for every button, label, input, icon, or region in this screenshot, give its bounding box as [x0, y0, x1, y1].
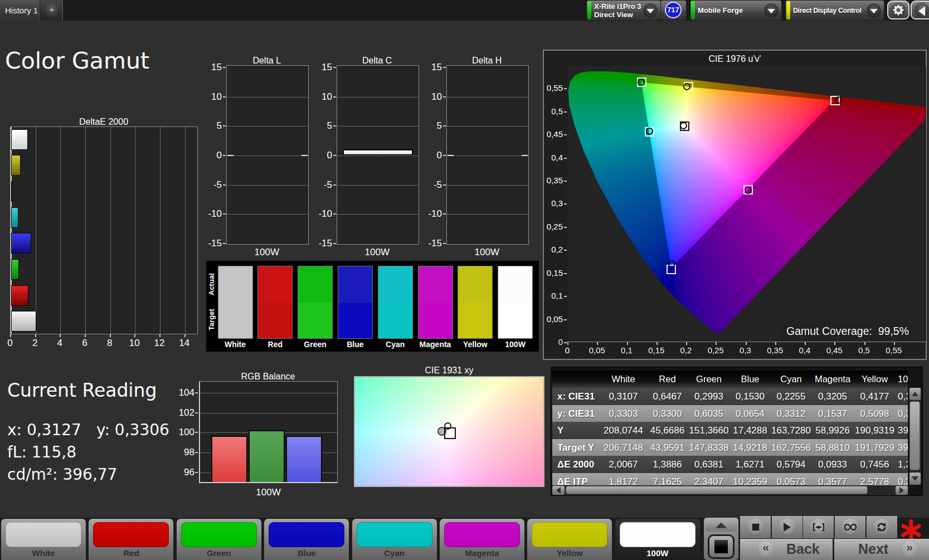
patch-button-red[interactable]: Red — [89, 519, 173, 560]
cie1976-diagram — [567, 66, 926, 341]
cie1976-xtick: 0 — [555, 345, 580, 355]
table-horizontal-scrollbar[interactable] — [552, 485, 908, 495]
table-scroll-up-button[interactable] — [909, 388, 921, 400]
source-status-stripe — [691, 1, 695, 20]
stop-button[interactable] — [740, 516, 771, 538]
swatch-yellow — [458, 266, 492, 338]
gridline — [337, 97, 419, 98]
display-control-status-stripe — [786, 1, 790, 20]
meter-dropdown[interactable]: X-Rite i1Pro 3 Direct View — [587, 1, 660, 20]
single-measure-button[interactable] — [802, 516, 834, 538]
gridline — [447, 97, 528, 98]
gridline — [337, 214, 419, 215]
patch-swatch-100w — [620, 522, 695, 547]
cie1976-ytick: 0,35 — [544, 176, 563, 185]
gridline — [447, 214, 528, 215]
swatch-red — [258, 266, 292, 338]
collapse-panel-button[interactable] — [911, 1, 929, 20]
patch-button-yellow[interactable]: Yellow — [527, 519, 612, 560]
display-control-dropdown[interactable]: Direct Display Control — [786, 1, 884, 20]
table-cell: 151,3660 — [688, 422, 729, 439]
table-header-Green: Green — [688, 371, 729, 388]
patch-window-button[interactable] — [708, 534, 735, 559]
table-vscroll-thumb[interactable] — [909, 401, 920, 470]
delta-h-plot — [446, 65, 529, 245]
refresh-icon — [874, 519, 890, 535]
cie1976-xtick: 0,55 — [882, 345, 906, 355]
tick-mark — [85, 334, 86, 337]
add-tab-button[interactable]: + — [40, 0, 63, 21]
swatch-target — [419, 303, 453, 339]
gridline — [110, 127, 111, 334]
swatch-target — [458, 303, 492, 339]
swatch-actual — [458, 266, 492, 303]
swatch-target — [218, 303, 252, 339]
cie1976-ytick: 0,25 — [544, 222, 563, 231]
delta-ytick: -5 — [203, 179, 222, 191]
table-cell: 0,3303 — [600, 405, 646, 422]
play-button[interactable] — [771, 516, 802, 538]
table-cell: 10,2359 — [729, 473, 771, 486]
back-button[interactable]: « Back — [740, 539, 833, 560]
patch-button-green[interactable]: Green — [177, 519, 261, 560]
tick-mark — [443, 67, 446, 68]
gridline — [227, 214, 308, 215]
single-measure-icon — [810, 519, 826, 535]
reading-fl: fL: 115,8 — [7, 443, 76, 461]
table-cell: 0,1530 — [729, 388, 771, 405]
tick-mark — [746, 342, 747, 345]
swatch-target — [498, 303, 532, 339]
continuous-measure-button[interactable] — [834, 516, 865, 538]
table-cell: 0,3 — [898, 388, 908, 405]
delta-ytick: -15 — [423, 238, 442, 249]
deltae2000-xtick: 12 — [153, 338, 166, 349]
table-scroll-right-button[interactable] — [896, 486, 908, 495]
patch-button-white[interactable]: White — [1, 519, 86, 560]
swatch-label: Yellow — [458, 340, 492, 349]
tab-history-1[interactable]: History 1 — [0, 0, 40, 21]
deltae2000-xtick: 0 — [3, 338, 17, 349]
source-dropdown[interactable]: Mobile Forge — [690, 1, 781, 20]
table-cell: 0,6467 — [646, 388, 688, 405]
delta-c-plot — [337, 65, 419, 245]
table-cell: 0,3 — [898, 405, 908, 422]
delta-ytick: 5 — [313, 120, 332, 132]
table-row-2: y: CIE310,33030,33000,60350,06540,33120,… — [552, 405, 908, 422]
rgb-ytick: 98 — [174, 447, 194, 458]
patch-button-magenta[interactable]: Magenta — [440, 519, 524, 560]
table-hscroll-thumb[interactable] — [566, 486, 868, 494]
tick-mark — [564, 88, 567, 89]
swatch-blue — [338, 266, 372, 338]
patch-up-button[interactable] — [705, 518, 737, 532]
patch-button-blue[interactable]: Blue — [264, 519, 349, 560]
swatch-100w — [498, 266, 532, 338]
table-vertical-scrollbar[interactable] — [909, 388, 921, 485]
swatch-label: White — [218, 340, 252, 349]
patch-window-icon — [714, 540, 728, 553]
gridline — [227, 97, 308, 98]
patch-button-100w[interactable]: 100W — [615, 519, 700, 560]
tick-mark — [223, 184, 226, 186]
meter-name: X-Rite i1Pro 3 — [594, 2, 641, 11]
next-button[interactable]: Next » — [834, 539, 929, 560]
delta-bar-right — [522, 155, 528, 156]
delta-ytick: 15 — [423, 62, 442, 73]
settings-button[interactable] — [887, 1, 909, 20]
table-scroll-left-button[interactable] — [552, 486, 565, 495]
table-cell: 17,4288 — [729, 422, 771, 439]
tick-mark — [894, 342, 895, 345]
bottom-bar: WhiteRedGreenBlueCyanMagentaYellow100W «… — [0, 518, 929, 560]
table-row-6: ΔE ITP1,81727,16252,340710,23590,05730,3… — [552, 473, 908, 486]
cie1976-xtick: 0,3 — [733, 345, 758, 355]
delta-xlabel: 100W — [337, 247, 418, 258]
delta-ytick: -10 — [423, 208, 442, 220]
swatch-label: Red — [258, 340, 292, 349]
swatch-cyan — [378, 266, 412, 338]
cie1976-xtick: 0,5 — [852, 345, 877, 355]
patch-button-cyan[interactable]: Cyan — [352, 519, 437, 560]
delta-bar-right — [301, 155, 308, 156]
refresh-button[interactable] — [866, 516, 897, 538]
tick-mark — [223, 243, 226, 244]
table-scroll-down-button[interactable] — [909, 473, 921, 485]
meter-count-segment[interactable]: 717 — [661, 1, 686, 20]
